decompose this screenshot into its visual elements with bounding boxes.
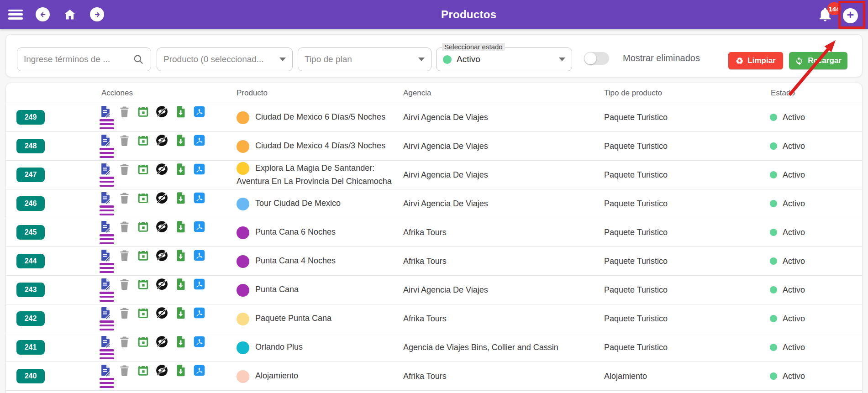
clear-filters-button[interactable]: ♻ Limpiar xyxy=(728,52,783,69)
back-icon[interactable] xyxy=(36,7,50,21)
details-menu-icon[interactable] xyxy=(100,292,114,302)
edit-icon[interactable] xyxy=(100,105,112,118)
download-icon[interactable] xyxy=(174,364,187,377)
download-icon[interactable] xyxy=(174,192,187,204)
download-icon[interactable] xyxy=(174,307,187,319)
hide-icon[interactable] xyxy=(156,163,168,175)
estado-dropdown[interactable]: Seleccionar estado Activo xyxy=(436,47,572,71)
hide-icon[interactable] xyxy=(156,105,168,118)
details-menu-icon[interactable] xyxy=(100,119,114,129)
product-color-dot xyxy=(237,370,249,383)
status-dot xyxy=(770,229,777,236)
details-menu-icon[interactable] xyxy=(100,378,114,388)
details-menu-icon[interactable] xyxy=(100,205,114,215)
edit-icon[interactable] xyxy=(100,192,112,204)
delete-icon[interactable] xyxy=(118,134,131,147)
download-icon[interactable] xyxy=(174,335,187,348)
delete-icon[interactable] xyxy=(118,278,131,290)
product-type: Paquete Turistico xyxy=(599,170,758,180)
product-filter-dropdown[interactable]: Producto (0 seleccionad... xyxy=(157,47,293,71)
row-actions xyxy=(94,276,231,304)
pdf-icon[interactable] xyxy=(193,163,205,175)
plan-type-dropdown[interactable]: Tipo de plan xyxy=(298,47,431,71)
status-label: Activo xyxy=(783,113,805,122)
calendar-icon[interactable] xyxy=(137,134,149,147)
menu-icon[interactable] xyxy=(8,10,23,20)
hide-icon[interactable] xyxy=(156,220,168,233)
table-row: 243 xyxy=(6,275,862,304)
delete-icon[interactable] xyxy=(118,192,131,204)
product-cell: Tour Ciudad De Mexico xyxy=(231,197,398,210)
hide-icon[interactable] xyxy=(156,364,168,377)
hide-icon[interactable] xyxy=(156,278,168,290)
edit-icon[interactable] xyxy=(100,364,112,377)
hide-icon[interactable] xyxy=(156,335,168,348)
pdf-icon[interactable] xyxy=(193,192,205,204)
pdf-icon[interactable] xyxy=(193,307,205,319)
home-icon[interactable] xyxy=(63,7,77,21)
calendar-icon[interactable] xyxy=(137,335,149,348)
calendar-icon[interactable] xyxy=(137,278,149,290)
details-menu-icon[interactable] xyxy=(100,263,114,273)
details-menu-icon[interactable] xyxy=(100,148,114,158)
edit-icon[interactable] xyxy=(100,220,112,233)
edit-icon[interactable] xyxy=(100,163,112,175)
download-icon[interactable] xyxy=(174,220,187,233)
calendar-icon[interactable] xyxy=(137,105,149,118)
details-menu-icon[interactable] xyxy=(100,234,114,244)
product-name: Punta Cana xyxy=(255,285,299,294)
download-icon[interactable] xyxy=(174,163,187,175)
header-status: Estado xyxy=(758,89,862,98)
delete-icon[interactable] xyxy=(118,335,131,348)
search-input[interactable]: Ingrese términos de ... xyxy=(17,47,151,71)
show-deleted-toggle[interactable] xyxy=(584,52,609,65)
pdf-icon[interactable] xyxy=(193,105,205,118)
calendar-icon[interactable] xyxy=(137,192,149,204)
download-icon[interactable] xyxy=(174,278,187,290)
agency-name: Airvi Agencia De Viajes xyxy=(398,141,599,151)
edit-icon[interactable] xyxy=(100,307,112,319)
download-icon[interactable] xyxy=(174,249,187,262)
row-id-badge: 240 xyxy=(16,369,45,383)
delete-icon[interactable] xyxy=(118,364,131,377)
pdf-icon[interactable] xyxy=(193,134,205,147)
delete-icon[interactable] xyxy=(118,307,131,319)
details-menu-icon[interactable] xyxy=(100,349,114,359)
row-actions xyxy=(94,333,231,362)
delete-icon[interactable] xyxy=(118,105,131,118)
hide-icon[interactable] xyxy=(156,192,168,204)
header-type: Tipo de producto xyxy=(599,89,758,98)
product-name: Alojamiento xyxy=(255,371,298,380)
delete-icon[interactable] xyxy=(118,220,131,233)
edit-icon[interactable] xyxy=(100,335,112,348)
edit-icon[interactable] xyxy=(100,134,112,147)
download-icon[interactable] xyxy=(174,105,187,118)
pdf-icon[interactable] xyxy=(193,335,205,348)
edit-icon[interactable] xyxy=(100,278,112,290)
edit-icon[interactable] xyxy=(100,249,112,262)
details-menu-icon[interactable] xyxy=(100,320,114,330)
hide-icon[interactable] xyxy=(156,307,168,319)
pdf-icon[interactable] xyxy=(193,278,205,290)
status-dot xyxy=(770,257,777,265)
status-cell: Activo xyxy=(758,170,862,180)
product-color-dot xyxy=(237,255,249,268)
hide-icon[interactable] xyxy=(156,134,168,147)
download-icon[interactable] xyxy=(174,134,187,147)
calendar-icon[interactable] xyxy=(137,249,149,262)
pdf-icon[interactable] xyxy=(193,249,205,262)
delete-icon[interactable] xyxy=(118,163,131,175)
delete-icon[interactable] xyxy=(118,249,131,262)
calendar-icon[interactable] xyxy=(137,220,149,233)
agency-name: Airvi Agencia De Viajes xyxy=(398,285,599,295)
details-menu-icon[interactable] xyxy=(100,177,114,187)
calendar-icon[interactable] xyxy=(137,307,149,319)
forward-icon[interactable] xyxy=(90,7,104,21)
calendar-icon[interactable] xyxy=(137,364,149,377)
pdf-icon[interactable] xyxy=(193,364,205,377)
status-label: Activo xyxy=(783,285,805,295)
calendar-icon[interactable] xyxy=(137,163,149,175)
pdf-icon[interactable] xyxy=(193,220,205,233)
hide-icon[interactable] xyxy=(156,249,168,262)
reload-button[interactable]: Recargar xyxy=(789,52,847,69)
